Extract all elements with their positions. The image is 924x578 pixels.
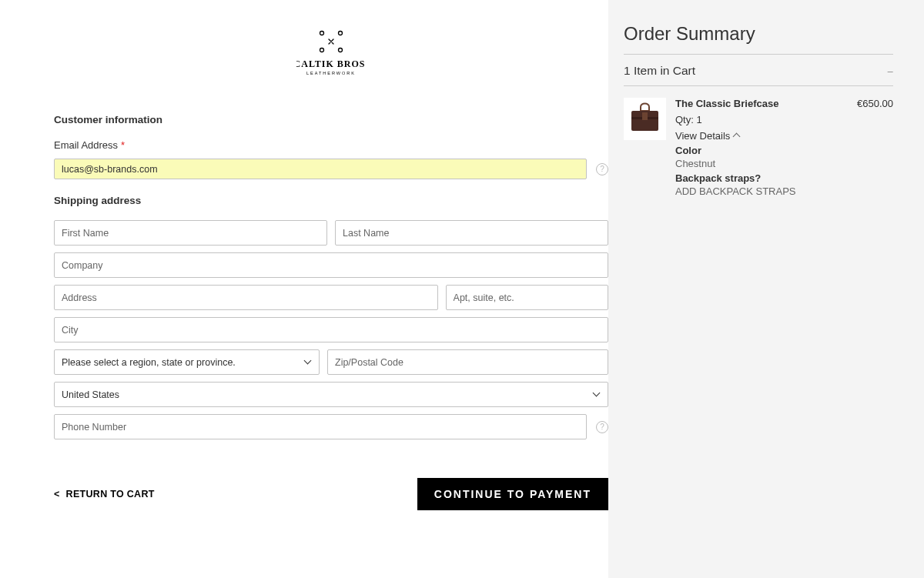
help-icon[interactable]: ? — [596, 163, 608, 175]
chevron-left-icon: < — [54, 489, 60, 499]
order-summary-sidebar: Order Summary 1 Item in Cart ‒ The Class… — [608, 0, 924, 578]
help-icon[interactable]: ? — [596, 421, 608, 433]
customer-info-heading: Customer information — [54, 114, 608, 125]
zip-input[interactable] — [327, 349, 608, 375]
order-summary-title: Order Summary — [624, 23, 893, 45]
company-input[interactable] — [54, 252, 608, 278]
svg-text:LEATHERWORK: LEATHERWORK — [306, 71, 356, 75]
phone-input[interactable] — [54, 414, 587, 439]
product-price: €650.00 — [857, 98, 893, 109]
view-details-toggle[interactable]: View Details — [675, 130, 893, 142]
shipping-address-heading: Shipping address — [54, 195, 608, 206]
svg-point-2 — [320, 48, 324, 52]
cart-count-row[interactable]: 1 Item in Cart ‒ — [624, 54, 893, 85]
product-qty: Qty: 1 — [675, 114, 893, 125]
chevron-up-icon — [733, 133, 741, 141]
svg-text:CALTIK BROS.: CALTIK BROS. — [296, 58, 366, 69]
brand-logo: CALTIK BROS. LEATHERWORK — [54, 27, 608, 85]
apt-input[interactable] — [446, 285, 608, 310]
first-name-input[interactable] — [54, 220, 327, 246]
product-thumbnail — [624, 98, 666, 140]
return-to-cart-link[interactable]: < RETURN TO CART — [54, 489, 155, 499]
region-select[interactable]: Please select a region, state or provinc… — [54, 349, 320, 375]
product-name: The Classic Briefcase — [675, 98, 778, 109]
svg-point-3 — [339, 48, 343, 52]
svg-rect-9 — [642, 112, 648, 120]
attr-color-label: Color — [675, 145, 893, 156]
svg-point-1 — [339, 32, 343, 35]
attr-straps-label: Backpack straps? — [675, 172, 893, 184]
last-name-input[interactable] — [335, 220, 608, 246]
svg-point-0 — [320, 32, 324, 35]
email-label: Email Address* — [54, 139, 608, 151]
continue-to-payment-button[interactable]: CONTINUE TO PAYMENT — [417, 478, 608, 510]
cart-item-count: 1 Item in Cart — [624, 64, 695, 78]
cart-item: The Classic Briefcase €650.00 Qty: 1 Vie… — [624, 85, 893, 197]
address-input[interactable] — [54, 285, 438, 310]
city-input[interactable] — [54, 317, 608, 342]
country-select[interactable]: United States — [54, 382, 608, 407]
attr-straps-value: ADD BACKPACK STRAPS — [675, 185, 893, 197]
attr-color-value: Chestnut — [675, 158, 893, 169]
email-input[interactable] — [54, 159, 587, 179]
collapse-icon: ‒ — [887, 65, 893, 77]
